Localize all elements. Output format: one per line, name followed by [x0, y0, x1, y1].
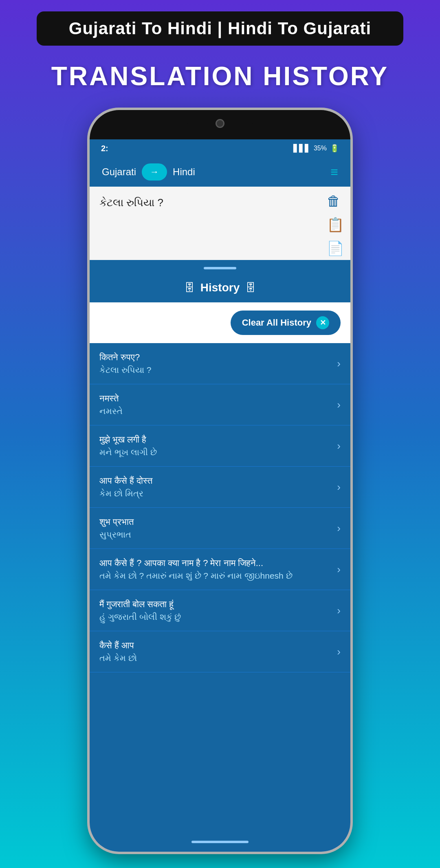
share-icon[interactable]: 📄	[327, 240, 344, 256]
status-bar: 2: ▋▋▋ 35% 🔋	[90, 139, 350, 157]
history-line2: કેમ છો મિત્ર	[99, 489, 332, 498]
history-item-text: शुभ प्रभात સુપ્રભાત	[99, 517, 332, 540]
history-line2: નમસ્તે	[99, 406, 332, 416]
status-time: 2:	[101, 144, 108, 153]
chevron-right-icon: ›	[337, 440, 341, 452]
history-item-text: मैं गुजराती बोल सकता हूं હું ગુજરાતી બોલ…	[99, 599, 332, 622]
history-line1: आप कैसे हैं ? आपका क्या नाम है ? मेरा ना…	[99, 558, 332, 568]
history-item[interactable]: कितने रुपए? કેટલા રુપિયા ? ›	[90, 343, 350, 384]
history-line1: नमस्ते	[99, 393, 332, 404]
battery-text: 35%	[314, 145, 327, 152]
status-icons: ▋▋▋ 35% 🔋	[293, 144, 339, 153]
history-item-text: नमस्ते નમસ્તે	[99, 393, 332, 416]
battery-icon: 🔋	[330, 144, 339, 153]
chevron-right-icon: ›	[337, 522, 341, 535]
chevron-right-icon: ›	[337, 481, 341, 493]
history-item[interactable]: आप कैसे हैं दोस्त કેમ છો મિત્ર ›	[90, 467, 350, 508]
banner-text: Gujarati To Hindi | Hindi To Gujarati	[69, 19, 372, 38]
notch	[183, 110, 257, 125]
swap-language-button[interactable]: →	[142, 163, 167, 181]
history-item-text: आप कैसे हैं दोस्त કેમ છો મિત્ર	[99, 476, 332, 498]
history-item[interactable]: आप कैसे हैं ? आपका क्या नाम है ? मेरा ना…	[90, 549, 350, 590]
history-item-text: कैसे हैं आप તમે કેમ છો	[99, 640, 332, 663]
history-item[interactable]: मैं गुजराती बोल सकता हूं હું ગુજરાતી બોલ…	[90, 590, 350, 631]
history-line1: आप कैसे हैं दोस्त	[99, 476, 332, 486]
input-text[interactable]: કેટલા રુપિયા ?	[99, 196, 342, 252]
lang-to-label: Hindi	[173, 166, 195, 178]
app-header: Gujarati → Hindi ≡	[90, 157, 350, 187]
history-item-text: मुझे भूख लगी है મને ભૂખ લાગી છે	[99, 434, 332, 457]
chevron-right-icon: ›	[337, 357, 341, 370]
language-selector[interactable]: Gujarati → Hindi	[102, 163, 195, 181]
history-line2: કેટલા રુપિયા ?	[99, 365, 332, 375]
phone-top-bar	[90, 110, 350, 139]
clear-btn-close-icon: ✕	[316, 316, 329, 329]
history-item[interactable]: नमस्ते નમસ્તે ›	[90, 384, 350, 425]
clear-all-history-button[interactable]: Clear All History ✕	[231, 311, 341, 335]
signal-icon: ▋▋▋	[293, 144, 310, 153]
menu-icon[interactable]: ≡	[330, 165, 338, 180]
chevron-right-icon: ›	[337, 563, 341, 576]
history-title: History	[200, 281, 240, 294]
history-line1: मुझे भूख लगी है	[99, 434, 332, 445]
history-line1: शुभ प्रभात	[99, 517, 332, 527]
history-line1: कितने रुपए?	[99, 352, 332, 363]
database-left-icon: 🗄	[184, 282, 195, 294]
phone-bottom	[90, 832, 350, 852]
main-title: TRANSLATION HISTORY	[51, 61, 389, 91]
arrow-icon: →	[150, 167, 159, 177]
clear-btn-label: Clear All History	[242, 317, 311, 328]
history-handle[interactable]	[90, 260, 350, 275]
history-item[interactable]: कैसे हैं आप તમે કેમ છો ›	[90, 631, 350, 672]
clear-history-bar: Clear All History ✕	[90, 302, 350, 343]
history-item[interactable]: मुझे भूख लगी है મને ભૂખ લાગી છે ›	[90, 425, 350, 467]
chevron-right-icon: ›	[337, 645, 341, 658]
phone-frame: 2: ▋▋▋ 35% 🔋 Gujarati → Hindi ≡ કેટલા રુ…	[90, 110, 350, 852]
history-line1: कैसे हैं आप	[99, 640, 332, 651]
input-area: કેટલા રુપિયા ? 🗑 📋 📄	[90, 187, 350, 260]
history-header: 🗄 History 🗄	[90, 275, 350, 302]
history-line2: હું ગુજરાતી બોલી શકું છું	[99, 612, 332, 622]
home-bar[interactable]	[191, 841, 249, 843]
history-line2: તમે કેમ છો ? તમારું નામ શું છે ? મારું ન…	[99, 571, 332, 581]
history-list: कितने रुपए? કેટલા રુપિયા ? › नमस्ते નમસ્…	[90, 343, 350, 832]
lang-from-label: Gujarati	[102, 166, 136, 178]
camera	[216, 119, 224, 128]
chevron-right-icon: ›	[337, 604, 341, 617]
history-item-text: कितने रुपए? કેટલા રુપિયા ?	[99, 352, 332, 375]
input-actions: 🗑 📋 📄	[327, 193, 344, 256]
top-banner: Gujarati To Hindi | Hindi To Gujarati	[37, 11, 403, 46]
history-item-text: आप कैसे हैं ? आपका क्या नाम है ? मेरा ना…	[99, 558, 332, 581]
delete-icon[interactable]: 🗑	[327, 193, 344, 209]
history-line2: મને ભૂખ લાગી છે	[99, 447, 332, 457]
chevron-right-icon: ›	[337, 399, 341, 411]
history-item[interactable]: शुभ प्रभात સુપ્રભાત ›	[90, 508, 350, 549]
history-line2: તમે કેમ છો	[99, 653, 332, 663]
copy-icon[interactable]: 📋	[327, 216, 344, 233]
history-line2: સુપ્રભાત	[99, 530, 332, 540]
database-right-icon: 🗄	[245, 282, 256, 294]
history-line1: मैं गुजराती बोल सकता हूं	[99, 599, 332, 610]
handle-bar	[204, 267, 236, 269]
